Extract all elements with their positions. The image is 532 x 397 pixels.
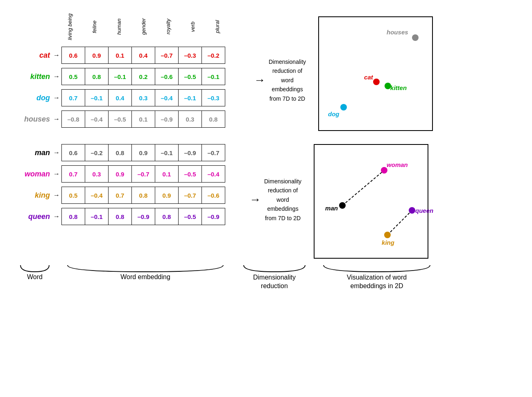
cell-man-6: –0.7 <box>201 144 225 161</box>
cell-man-4: –0.1 <box>155 144 179 161</box>
bottom-scatter-box: manwomankingqueen <box>314 144 428 259</box>
cell-dog-4: –0.4 <box>155 89 179 106</box>
scatter-dot-dog <box>340 104 347 111</box>
cell-king-1: –0.4 <box>85 187 109 204</box>
cell-cat-1: 0.9 <box>85 47 109 64</box>
scatter-label-king: king <box>382 239 394 246</box>
cells-cat: 0.60.90.10.4–0.7–0.3–0.2 <box>61 47 225 64</box>
scatter-label-man: man <box>325 205 338 212</box>
cells-king: 0.5–0.40.70.80.9–0.7–0.6 <box>61 187 225 204</box>
cell-queen-3: –0.9 <box>131 208 155 225</box>
cell-king-4: 0.9 <box>155 187 179 204</box>
cell-queen-5: –0.5 <box>178 208 202 225</box>
word-label: Word <box>27 273 43 281</box>
cell-woman-2: 0.9 <box>108 165 132 183</box>
word-label-man: man <box>12 149 53 157</box>
col-header-feline: feline <box>82 8 106 45</box>
arrow-kitten: → <box>53 73 60 80</box>
cell-king-2: 0.7 <box>108 187 132 204</box>
word-label-woman: woman <box>12 170 53 178</box>
cell-kitten-0: 0.5 <box>61 68 85 85</box>
bottom-braces: Word Word embedding Dimensionalityreduct… <box>12 264 520 291</box>
arrow-dog: → <box>53 94 60 102</box>
word-row-houses: houses→–0.8–0.4–0.50.1–0.90.30.8 <box>12 111 225 128</box>
cell-houses-2: –0.5 <box>108 111 132 128</box>
cell-kitten-4: –0.6 <box>155 68 179 85</box>
word-row-man: man→0.6–0.20.80.9–0.1–0.9–0.7 <box>12 144 225 161</box>
bottom-left-panel: man→0.6–0.20.80.9–0.1–0.9–0.7woman→0.70.… <box>12 144 225 229</box>
bottom-middle-text: → Dimensionalityreduction ofwordembeddin… <box>237 144 314 223</box>
cell-houses-3: 0.1 <box>131 111 155 128</box>
dimred-brace-group: Dimensionalityreduction <box>233 264 315 291</box>
scatter-dot-houses <box>412 34 419 41</box>
word-label-dog: dog <box>12 94 53 102</box>
top-left-panel: living beingfelinehumangenderroyaltyverb… <box>12 8 229 132</box>
word-label-king: king <box>12 191 53 200</box>
scatter-dot-man <box>339 202 346 209</box>
cell-kitten-2: –0.1 <box>108 68 132 85</box>
cell-houses-1: –0.4 <box>85 111 109 128</box>
cell-dog-0: 0.7 <box>61 89 85 106</box>
arrow-king: → <box>53 192 60 199</box>
bottom-dim-reduction-label: Dimensionalityreduction ofwordembeddings… <box>264 177 301 223</box>
cell-cat-6: –0.2 <box>201 47 225 64</box>
word-label-kitten: kitten <box>12 72 53 81</box>
cell-dog-5: –0.1 <box>178 89 202 106</box>
scatter-label-houses: houses <box>387 29 408 36</box>
svg-line-1 <box>387 210 412 235</box>
word-label-queen: queen <box>12 212 53 221</box>
scatter-label-kitten: kitten <box>390 84 407 91</box>
cell-queen-4: 0.8 <box>155 208 179 225</box>
viz-brace-group: Visualization of wordembeddings in 2D <box>315 264 438 291</box>
word-row-king: king→0.5–0.40.70.80.9–0.7–0.6 <box>12 187 225 204</box>
cells-queen: 0.8–0.10.8–0.90.8–0.5–0.9 <box>61 208 225 225</box>
cell-queen-2: 0.8 <box>108 208 132 225</box>
cell-queen-0: 0.8 <box>61 208 85 225</box>
cell-kitten-1: 0.8 <box>85 68 109 85</box>
word-brace-svg <box>16 264 53 273</box>
cell-woman-5: –0.5 <box>178 165 202 183</box>
arrow-queen: → <box>53 213 60 220</box>
cell-dog-3: 0.3 <box>131 89 155 106</box>
cell-houses-0: –0.8 <box>61 111 85 128</box>
cell-cat-5: –0.3 <box>178 47 202 64</box>
word-row-woman: woman→0.70.30.9–0.70.1–0.5–0.4 <box>12 165 225 183</box>
col-header-plural: plural <box>205 8 229 45</box>
cell-king-5: –0.7 <box>178 187 202 204</box>
cell-woman-3: –0.7 <box>131 165 155 183</box>
cell-dog-6: –0.3 <box>201 89 225 106</box>
cell-man-0: 0.6 <box>61 144 85 161</box>
arrow-cat: → <box>53 52 60 59</box>
dimred-label: Dimensionalityreduction <box>253 273 296 291</box>
cell-man-5: –0.9 <box>178 144 202 161</box>
cell-man-2: 0.8 <box>108 144 132 161</box>
scatter-dot-king <box>384 232 391 238</box>
cell-king-0: 0.5 <box>61 187 85 204</box>
col-header-royalty: royalty <box>156 8 180 45</box>
svg-line-0 <box>342 170 384 205</box>
cell-king-6: –0.6 <box>201 187 225 204</box>
arrow-houses: → <box>53 115 60 123</box>
cell-queen-6: –0.9 <box>201 208 225 225</box>
cell-queen-1: –0.1 <box>85 208 109 225</box>
cell-dog-1: –0.1 <box>85 89 109 106</box>
word-row-dog: dog→0.7–0.10.40.3–0.4–0.1–0.3 <box>12 89 225 106</box>
top-arrow: → <box>254 72 265 89</box>
word-row-cat: cat→0.60.90.10.4–0.7–0.3–0.2 <box>12 47 225 64</box>
cell-cat-2: 0.1 <box>108 47 132 64</box>
top-section: living beingfelinehumangenderroyaltyverb… <box>12 8 520 132</box>
embedding-brace-group: Word embedding <box>57 264 233 281</box>
viz-brace-svg <box>319 264 434 273</box>
cell-kitten-5: –0.5 <box>178 68 202 85</box>
word-brace-group: Word <box>12 264 57 281</box>
cell-houses-5: 0.3 <box>178 111 202 128</box>
word-row-queen: queen→0.8–0.10.8–0.90.8–0.5–0.9 <box>12 208 225 225</box>
top-scatter-box: catkittendoghouses <box>318 16 433 131</box>
bottom-arrow: → <box>249 191 261 208</box>
word-label-houses: houses <box>12 115 53 124</box>
bottom-word-rows: man→0.6–0.20.80.9–0.1–0.9–0.7woman→0.70.… <box>12 144 225 229</box>
cell-kitten-3: 0.2 <box>131 68 155 85</box>
scatter-dot-queen <box>409 207 415 214</box>
col-header-gender: gender <box>131 8 156 45</box>
dashed-lines-svg <box>315 145 429 259</box>
